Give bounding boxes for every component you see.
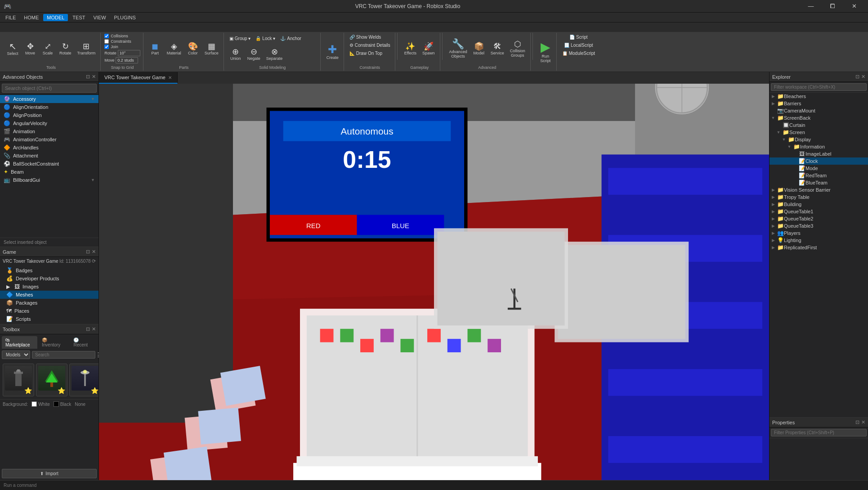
tab-marketplace[interactable]: 🛍Marketplace bbox=[2, 336, 37, 349]
tree-queue-table-3[interactable]: ▶ 📁 QueueTable3 bbox=[770, 222, 868, 229]
select-button[interactable]: ↖ Select bbox=[4, 40, 21, 57]
command-input[interactable] bbox=[4, 483, 94, 488]
show-welds-button[interactable]: 🔗 Show Welds bbox=[348, 34, 383, 40]
tab-inventory[interactable]: 📦Inventory bbox=[38, 336, 69, 349]
service-button[interactable]: 🛠 Service bbox=[488, 41, 506, 57]
toolbox-category-select[interactable]: Models Plugins Decals bbox=[2, 351, 30, 359]
maximize-button[interactable]: ⧠ bbox=[822, 0, 843, 13]
menu-file[interactable]: FILE bbox=[2, 14, 19, 21]
tree-information[interactable]: ▼ 📁 Information bbox=[770, 143, 868, 150]
viewport-tab-main[interactable]: VRC Tower Takeover Game ✕ bbox=[99, 72, 178, 84]
union-button[interactable]: ⊕ Union bbox=[228, 46, 244, 62]
tree-building[interactable]: ▶ 📁 Building bbox=[770, 201, 868, 208]
model-button[interactable]: 📦 Model bbox=[471, 41, 487, 57]
bg-none-option[interactable]: None bbox=[75, 402, 85, 407]
menu-test[interactable]: TEST bbox=[69, 14, 89, 21]
viewport-tab-close[interactable]: ✕ bbox=[168, 75, 172, 80]
object-item-angular-velocity[interactable]: 🔵 AngularVelocity bbox=[0, 119, 98, 127]
collisions-checkbox[interactable]: Collisions bbox=[104, 34, 128, 38]
object-item-ball-socket[interactable]: ⚽ BallSocketConstraint bbox=[0, 160, 98, 168]
properties-search-input[interactable] bbox=[771, 429, 867, 436]
viewport-canvas[interactable]: Autonomous 0:15 RED BLUE bbox=[99, 84, 769, 480]
join-checkbox[interactable]: Join bbox=[104, 45, 118, 49]
tree-barriers[interactable]: ▶ 📁 Barriers bbox=[770, 100, 868, 107]
object-item-billboard-gui[interactable]: 📺 BillboardGui ▼ bbox=[0, 176, 98, 184]
tree-display[interactable]: ▼ 📁 Display bbox=[770, 136, 868, 143]
panel-close-icon[interactable]: ✕ bbox=[92, 74, 96, 80]
spawn-button[interactable]: 🚀 Spawn bbox=[420, 41, 437, 57]
game-item-packages[interactable]: 📦 Packages bbox=[0, 299, 98, 307]
object-item-accessory[interactable]: 🔮 Accessory ▼ bbox=[0, 95, 98, 103]
explorer-float-icon[interactable]: ⊡ bbox=[855, 74, 859, 80]
toolbox-close-icon[interactable]: ✕ bbox=[92, 326, 96, 332]
panel-float-icon[interactable]: ⊡ bbox=[86, 74, 90, 80]
game-item-developer-products[interactable]: 💰 Developer Products bbox=[0, 274, 98, 283]
explorer-search-input[interactable] bbox=[771, 83, 867, 91]
tree-replicated-first[interactable]: ▶ 📁 ReplicatedFirst bbox=[770, 244, 868, 251]
anchor-button[interactable]: ⚓ Anchor bbox=[278, 35, 303, 42]
object-item-animation[interactable]: 🎬 Animation bbox=[0, 127, 98, 135]
minimize-button[interactable]: — bbox=[801, 0, 821, 13]
material-button[interactable]: ◈ Material bbox=[165, 41, 183, 57]
constraints-checkbox[interactable]: Constraints bbox=[104, 39, 131, 44]
script-button[interactable]: 📄 Script bbox=[568, 34, 590, 40]
toolbox-item-tree[interactable]: ⭐ bbox=[36, 364, 67, 396]
tree-clock[interactable]: 📝 Clock bbox=[770, 157, 868, 165]
object-item-align-position[interactable]: 🔵 AlignPosition bbox=[0, 111, 98, 119]
tree-blue-team[interactable]: 📝 BlueTeam bbox=[770, 179, 868, 186]
properties-close-icon[interactable]: ✕ bbox=[861, 419, 865, 425]
object-item-beam[interactable]: ✦ Beam bbox=[0, 168, 98, 176]
tree-screen-back[interactable]: ▼ 📁 ScreenBack bbox=[770, 114, 868, 121]
import-button[interactable]: ⬆ Import bbox=[2, 469, 97, 478]
tree-red-team[interactable]: 📝 RedTeam bbox=[770, 172, 868, 179]
toolbox-search-input[interactable] bbox=[32, 351, 95, 359]
group-button[interactable]: ▣ Group ▾ bbox=[228, 35, 253, 42]
scale-button[interactable]: ⤢ Scale bbox=[40, 41, 56, 57]
game-refresh-button[interactable]: ⟳ bbox=[92, 258, 96, 264]
rotate-button[interactable]: ↻ Rotate bbox=[57, 41, 74, 57]
local-script-button[interactable]: 📃 LocalScript bbox=[562, 42, 595, 49]
object-item-align-orientation[interactable]: 🔵 AlignOrientation bbox=[0, 103, 98, 111]
menu-plugins[interactable]: PLUGINS bbox=[111, 14, 139, 21]
object-item-arc-handles[interactable]: 🔶 ArcHandles bbox=[0, 144, 98, 152]
game-item-places[interactable]: 🗺 Places bbox=[0, 307, 98, 315]
explorer-close-icon[interactable]: ✕ bbox=[861, 74, 865, 80]
object-search-input[interactable] bbox=[2, 84, 97, 93]
transform-button[interactable]: ⊞ Transform bbox=[75, 41, 98, 57]
game-item-scripts[interactable]: 📝 Scripts bbox=[0, 315, 98, 323]
tab-recent[interactable]: 🕐Recent bbox=[70, 336, 97, 349]
tree-lighting[interactable]: ▶ 💡 Lighting bbox=[770, 237, 868, 244]
object-item-animation-controller[interactable]: 🎮 AnimationController bbox=[0, 135, 98, 144]
create-button[interactable]: ✚ Create bbox=[324, 43, 341, 61]
tree-curtain[interactable]: 🔲 Curtain bbox=[770, 121, 868, 129]
toolbox-item-lamp[interactable]: ⭐ bbox=[69, 364, 98, 396]
tree-bleachers[interactable]: ▶ 📁 Bleachers bbox=[770, 93, 868, 100]
draw-on-top-button[interactable]: 📐 Draw On Top bbox=[348, 50, 384, 57]
tree-queue-table-2[interactable]: ▶ 📁 QueueTable2 bbox=[770, 215, 868, 222]
close-button[interactable]: ✕ bbox=[844, 0, 864, 13]
part-button[interactable]: ◼ Part bbox=[147, 41, 163, 57]
module-script-button[interactable]: 📋 ModuleScript bbox=[560, 50, 597, 57]
move-button[interactable]: ✥ Move bbox=[22, 41, 38, 57]
tree-trophy-table[interactable]: ▶ 📁 Tropy Table bbox=[770, 193, 868, 201]
lock-button[interactable]: 🔒 Lock ▾ bbox=[254, 35, 277, 42]
tree-players[interactable]: ▶ 👥 Players bbox=[770, 229, 868, 237]
game-item-images[interactable]: ▶ 🖼 Images bbox=[0, 283, 98, 291]
tree-mode[interactable]: 📝 Mode bbox=[770, 165, 868, 172]
surface-button[interactable]: ▦ Surface bbox=[202, 41, 221, 57]
separate-button[interactable]: ⊗ Separate bbox=[264, 46, 285, 62]
constraint-details-button[interactable]: ⚙ Constraint Details bbox=[348, 42, 392, 49]
effects-button[interactable]: ✨ Effects bbox=[402, 41, 419, 57]
collision-groups-button[interactable]: ⬡ CollisionGroups bbox=[508, 39, 528, 59]
bg-black-option[interactable]: Black bbox=[54, 401, 71, 407]
menu-view[interactable]: VIEW bbox=[89, 14, 109, 21]
properties-float-icon[interactable]: ⊡ bbox=[855, 419, 859, 425]
tree-screen[interactable]: ▼ 📁 Screen bbox=[770, 129, 868, 136]
tree-vision-sensor[interactable]: ▶ 📁 Vision Sensor Barrier bbox=[770, 186, 868, 193]
tree-camera-mount[interactable]: 📷 CameraMount bbox=[770, 107, 868, 114]
menu-model[interactable]: MODEL bbox=[43, 14, 68, 21]
object-item-attachment[interactable]: 📎 Attachment bbox=[0, 152, 98, 160]
rotate-snap-input[interactable] bbox=[118, 50, 140, 56]
game-panel-close-icon[interactable]: ✕ bbox=[92, 249, 96, 255]
negate-button[interactable]: ⊖ Negate bbox=[245, 46, 263, 62]
